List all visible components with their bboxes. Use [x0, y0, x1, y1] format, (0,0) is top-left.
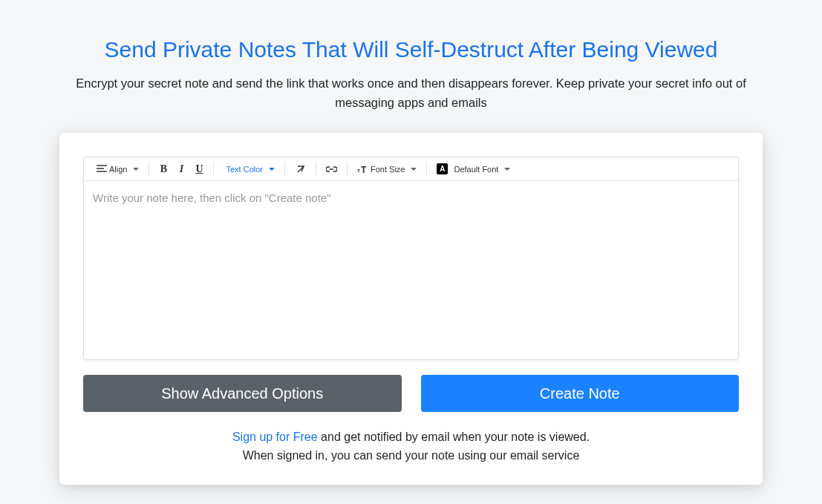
footer-line-2: When signed in, you can send your note u…	[243, 449, 580, 462]
align-label: Align	[109, 165, 127, 174]
bold-icon: B	[160, 163, 167, 175]
font-size-button[interactable]: тT Font Size	[353, 160, 421, 178]
italic-icon: I	[180, 163, 183, 175]
font-size-label: Font Size	[371, 165, 405, 174]
toolbar-separator	[347, 162, 348, 177]
align-button[interactable]: Align	[91, 160, 143, 178]
underline-button[interactable]: U	[190, 160, 208, 178]
italic-button[interactable]: I	[172, 160, 190, 178]
toolbar-separator	[149, 162, 149, 177]
toolbar-separator	[316, 162, 316, 177]
align-icon	[96, 163, 107, 174]
link-icon	[326, 163, 337, 174]
toolbar-separator	[213, 162, 214, 177]
default-font-button[interactable]: A Default Font	[432, 160, 515, 178]
create-note-button[interactable]: Create Note	[421, 375, 740, 412]
footer-rest-1: and get notified by email when your note…	[318, 431, 590, 443]
page-subtitle: Encrypt your secret note and send the li…	[62, 74, 760, 112]
toolbar-separator	[426, 162, 427, 177]
bold-button[interactable]: B	[154, 160, 172, 178]
text-color-label: Text Color	[226, 165, 263, 174]
chevron-down-icon	[269, 168, 275, 171]
svg-text:т: т	[357, 167, 360, 174]
link-button[interactable]	[322, 160, 342, 178]
toolbar-separator	[284, 162, 285, 177]
chevron-down-icon	[504, 168, 510, 171]
page-title: Send Private Notes That Will Self-Destru…	[59, 37, 763, 62]
rich-text-editor: Align B I U	[83, 157, 739, 360]
show-advanced-button[interactable]: Show Advanced Options	[83, 375, 402, 412]
clear-format-icon	[295, 163, 306, 174]
underline-icon: U	[195, 163, 203, 175]
signup-link[interactable]: Sign up for Free	[232, 431, 318, 443]
note-textarea[interactable]: Write your note here, then click on "Cre…	[84, 181, 738, 359]
text-color-button[interactable]: Text Color	[219, 160, 279, 178]
font-size-icon: тT	[357, 163, 368, 174]
editor-card: Align B I U	[59, 133, 763, 485]
footer-text: Sign up for Free and get notified by ema…	[83, 428, 739, 465]
chevron-down-icon	[133, 168, 139, 171]
font-badge-icon: A	[437, 163, 448, 174]
svg-text:T: T	[361, 165, 367, 174]
action-row: Show Advanced Options Create Note	[83, 375, 739, 412]
clear-formatting-button[interactable]	[290, 160, 310, 178]
default-font-label: Default Font	[454, 165, 498, 174]
editor-toolbar: Align B I U	[84, 157, 738, 181]
chevron-down-icon	[411, 168, 417, 171]
